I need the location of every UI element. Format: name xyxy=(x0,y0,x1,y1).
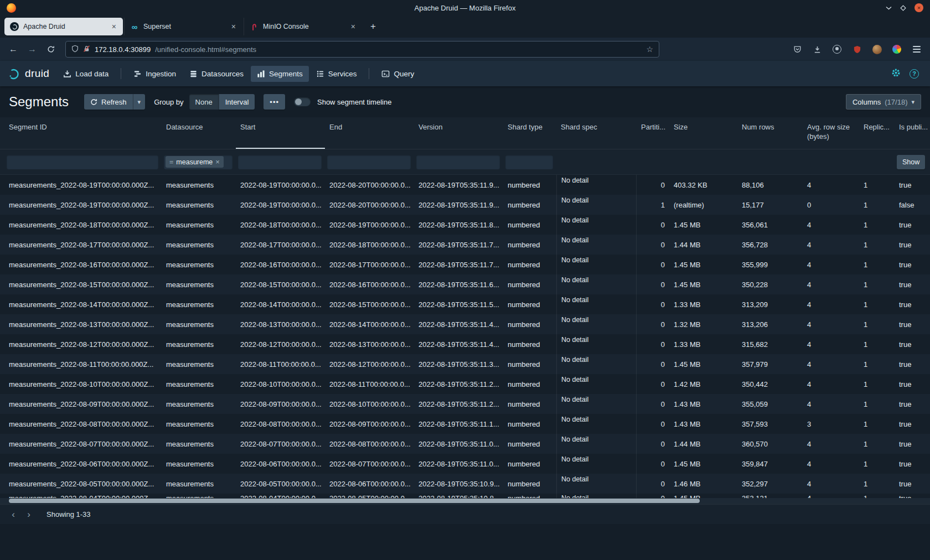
horizontal-scrollbar-thumb[interactable] xyxy=(9,499,700,503)
column-header-segment-id[interactable]: Segment ID xyxy=(4,117,162,149)
tab-close-icon[interactable]: × xyxy=(111,22,117,31)
filter-input-end[interactable] xyxy=(327,155,411,169)
column-header-start[interactable]: Start xyxy=(236,117,325,149)
column-header-datasource[interactable]: Datasource xyxy=(162,117,236,149)
nav-item-label: Load data xyxy=(75,70,108,78)
is-published-filter-button[interactable]: Show xyxy=(897,155,925,169)
druid-favicon xyxy=(10,22,19,31)
refresh-button[interactable]: Refresh xyxy=(84,94,133,110)
close-icon[interactable]: × xyxy=(914,3,923,12)
column-header-avg-row-size[interactable]: Avg. row size (bytes) xyxy=(803,117,859,149)
cell-replication: 1 xyxy=(859,414,895,434)
cell-end: 2022-08-12T00:00:00.0... xyxy=(325,354,414,374)
nav-item-services[interactable]: Services xyxy=(310,66,363,82)
column-header-shard-type[interactable]: Shard type xyxy=(503,117,556,149)
extensions-pinwheel-icon[interactable] xyxy=(889,42,905,57)
datasource-filter-chip[interactable]: =measureme× xyxy=(166,156,224,168)
column-header-num-rows[interactable]: Num rows xyxy=(737,117,803,149)
column-header-version[interactable]: Version xyxy=(414,117,503,149)
nav-item-datasources[interactable]: Datasources xyxy=(183,66,250,82)
tab-close-icon[interactable]: × xyxy=(350,22,356,31)
cell-datasource: measurements xyxy=(162,434,236,454)
cell-size: 1.45 MB xyxy=(669,255,737,274)
group-by-interval-button[interactable]: Interval xyxy=(219,94,255,110)
cell-is-published: true xyxy=(895,434,930,454)
segments-icon xyxy=(257,70,265,78)
minimize-icon[interactable] xyxy=(886,6,892,10)
horizontal-scrollbar[interactable] xyxy=(0,498,930,504)
filter-input-shard-type[interactable] xyxy=(505,155,553,169)
profile-avatar-icon[interactable] xyxy=(869,42,885,57)
cell-num-rows: 357,593 xyxy=(737,414,803,434)
filter-input-version[interactable] xyxy=(416,155,500,169)
nav-item-load-data[interactable]: Load data xyxy=(57,66,115,82)
tab-close-icon[interactable]: × xyxy=(230,22,237,31)
menu-icon[interactable] xyxy=(909,42,924,57)
cell-is-published: true xyxy=(895,274,930,294)
bookmark-star-icon[interactable]: ☆ xyxy=(646,45,653,54)
tab-apache-druid[interactable]: Apache Druid × xyxy=(4,18,123,35)
tab-minio-console[interactable]: MinIO Console × xyxy=(244,18,362,35)
filter-input-datasource[interactable]: =measureme× xyxy=(164,155,232,169)
cell-shard-spec: No detail xyxy=(556,255,637,274)
next-page-button[interactable]: › xyxy=(22,508,35,521)
help-icon[interactable]: ? xyxy=(910,69,919,79)
settings-gear-icon[interactable] xyxy=(891,68,901,80)
column-header-partition[interactable]: Partiti... xyxy=(637,117,669,149)
segment-timeline-toggle[interactable] xyxy=(294,97,311,106)
cell-size: 403.32 KB xyxy=(669,175,737,195)
cell-replication: 1 xyxy=(859,434,895,454)
column-header-size[interactable]: Size xyxy=(669,117,737,149)
remove-filter-icon[interactable]: × xyxy=(215,158,220,166)
account-icon[interactable] xyxy=(829,42,845,57)
column-header-is-published[interactable]: Is publi... xyxy=(895,117,930,149)
cell-datasource: measurements xyxy=(162,235,236,255)
more-options-button[interactable]: ••• xyxy=(264,94,285,110)
table-row: measurements_2022-08-16T00:00:00.000Z...… xyxy=(0,255,930,274)
back-button[interactable]: ← xyxy=(6,42,21,57)
cell-shard-type: numbered xyxy=(503,454,556,474)
cell-avg-row-size: 3 xyxy=(803,414,859,434)
nav-item-query[interactable]: Query xyxy=(375,66,420,82)
ublock-origin-icon[interactable] xyxy=(849,42,865,57)
filter-input-segment-id[interactable] xyxy=(7,155,158,169)
columns-button[interactable]: Columns (17/18) ▾ xyxy=(846,94,921,110)
cell-end: 2022-08-15T00:00:00.0... xyxy=(325,294,414,314)
downloads-icon[interactable] xyxy=(809,42,825,57)
chip-label: measureme xyxy=(176,158,213,166)
cell-num-rows: 313,209 xyxy=(737,294,803,314)
reload-button[interactable] xyxy=(43,42,59,57)
cell-end: 2022-08-20T00:00:00.0... xyxy=(325,195,414,215)
column-header-shard-spec[interactable]: Shard spec xyxy=(556,117,637,149)
insecure-lock-icon[interactable] xyxy=(83,45,90,54)
cell-segment-id: measurements_2022-08-05T00:00:00.000Z... xyxy=(4,474,162,494)
cell-avg-row-size: 4 xyxy=(803,354,859,374)
cell-end: 2022-08-08T00:00:00.0... xyxy=(325,434,414,454)
services-icon xyxy=(316,70,324,78)
tab-superset[interactable]: ∞ Superset × xyxy=(124,18,242,35)
chevron-down-icon: ▾ xyxy=(138,98,141,106)
cell-size: 1.45 MB xyxy=(669,454,737,474)
page-title: Segments xyxy=(9,94,69,110)
cell-num-rows: 313,206 xyxy=(737,314,803,334)
refresh-dropdown-button[interactable]: ▾ xyxy=(133,94,146,110)
url-bar[interactable]: 172.18.0.4:30899/unified-console.html#se… xyxy=(65,41,659,58)
column-header-end[interactable]: End xyxy=(325,117,414,149)
column-header-replication[interactable]: Replic... xyxy=(859,117,895,149)
cell-replication: 1 xyxy=(859,314,895,334)
nav-item-ingestion[interactable]: Ingestion xyxy=(127,66,182,82)
forward-button[interactable]: → xyxy=(24,42,40,57)
cell-shard-type: numbered xyxy=(503,255,556,274)
new-tab-button[interactable]: + xyxy=(365,19,381,34)
pocket-icon[interactable] xyxy=(789,42,805,57)
filter-input-start[interactable] xyxy=(238,155,322,169)
previous-page-button[interactable]: ‹ xyxy=(7,508,20,521)
maximize-icon[interactable] xyxy=(900,5,906,11)
cell-size: 1.45 MB xyxy=(669,274,737,294)
tracking-shield-icon[interactable] xyxy=(71,45,79,54)
druid-logo[interactable]: druid xyxy=(7,68,56,80)
table-row: measurements_2022-08-18T00:00:00.000Z...… xyxy=(0,215,930,235)
cell-is-published: true xyxy=(895,314,930,334)
nav-item-segments[interactable]: Segments xyxy=(251,66,309,82)
group-by-none-button[interactable]: None xyxy=(189,94,219,110)
